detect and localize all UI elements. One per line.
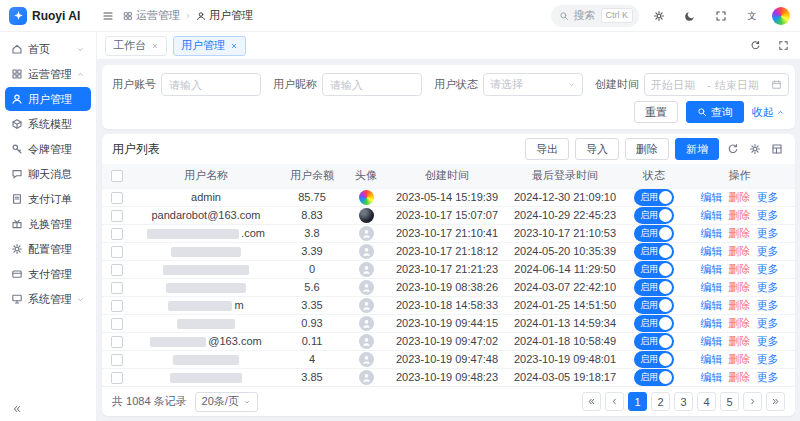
sidebar-item-payment[interactable]: 支付管理 [5,262,91,286]
status-toggle[interactable]: 启用 [634,369,674,386]
settings-button[interactable] [648,5,670,27]
edit-link[interactable]: 编辑 [701,317,723,329]
edit-link[interactable]: 编辑 [701,245,723,257]
edit-link[interactable]: 编辑 [701,335,723,347]
edit-link[interactable]: 编辑 [701,371,723,383]
delete-link[interactable]: 删除 [729,227,751,239]
breadcrumb-item[interactable]: 运营管理 [123,8,180,23]
sidebar-collapse-button[interactable] [9,401,25,417]
more-link[interactable]: 更多 [757,245,779,257]
row-checkbox[interactable] [111,192,123,204]
page-button-2[interactable]: 2 [651,392,670,411]
created-daterange[interactable]: - [644,73,789,96]
select-all-checkbox[interactable] [111,170,123,182]
app-logo[interactable]: Ruoyi AI [0,7,97,25]
sidebar-toggle-button[interactable] [97,5,119,27]
more-link[interactable]: 更多 [757,281,779,293]
row-checkbox[interactable] [111,246,123,258]
language-button[interactable]: 文 [741,5,763,27]
edit-link[interactable]: 编辑 [701,191,723,203]
row-checkbox[interactable] [111,354,123,366]
reset-button[interactable]: 重置 [634,101,678,123]
row-checkbox[interactable] [111,282,123,294]
user-avatar[interactable] [772,7,790,25]
last-page-button[interactable] [766,392,785,411]
page-button-1[interactable]: 1 [628,392,647,411]
fullscreen-button[interactable] [710,5,732,27]
row-checkbox[interactable] [111,264,123,276]
row-checkbox[interactable] [111,228,123,240]
account-input[interactable] [161,73,261,96]
row-checkbox[interactable] [111,318,123,330]
created-start-input[interactable] [651,79,703,91]
delete-link[interactable]: 删除 [729,281,751,293]
more-link[interactable]: 更多 [757,335,779,347]
status-select[interactable]: 请选择 [483,73,583,96]
sidebar-item-pay-orders[interactable]: 支付订单 [5,187,91,211]
sidebar-item-tokens[interactable]: 令牌管理 [5,137,91,161]
delete-link[interactable]: 删除 [729,245,751,257]
page-size-select[interactable]: 20条/页 [195,392,258,412]
status-toggle[interactable]: 启用 [634,225,674,242]
sidebar-item-chat-messages[interactable]: 聊天消息 [5,162,91,186]
more-link[interactable]: 更多 [757,317,779,329]
row-checkbox[interactable] [111,336,123,348]
more-link[interactable]: 更多 [757,191,779,203]
delete-button[interactable]: 删除 [625,138,669,160]
edit-link[interactable]: 编辑 [701,281,723,293]
column-settings-button[interactable] [769,141,785,157]
table-settings-button[interactable] [747,141,763,157]
status-toggle[interactable]: 启用 [634,243,674,260]
sidebar-item-home[interactable]: 首页 [5,37,91,61]
delete-link[interactable]: 删除 [729,209,751,221]
row-checkbox[interactable] [111,372,123,384]
sidebar-item-models[interactable]: 系统模型 [5,112,91,136]
sidebar-item-system[interactable]: 系统管理 [5,287,91,311]
tab-refresh-button[interactable] [746,37,764,55]
row-checkbox[interactable] [111,210,123,222]
delete-link[interactable]: 删除 [729,317,751,329]
delete-link[interactable]: 删除 [729,263,751,275]
more-link[interactable]: 更多 [757,299,779,311]
more-link[interactable]: 更多 [757,263,779,275]
status-toggle[interactable]: 启用 [634,261,674,278]
status-toggle[interactable]: 启用 [634,351,674,368]
global-search[interactable]: 搜索 Ctrl K [551,5,640,27]
edit-link[interactable]: 编辑 [701,227,723,239]
more-link[interactable]: 更多 [757,371,779,383]
close-icon[interactable] [230,42,238,50]
edit-link[interactable]: 编辑 [701,209,723,221]
tab-fullscreen-button[interactable] [774,37,792,55]
sidebar-item-operations[interactable]: 运营管理 [5,62,91,86]
query-button[interactable]: 查询 [686,101,744,123]
page-button-5[interactable]: 5 [720,392,739,411]
export-button[interactable]: 导出 [525,138,569,160]
sidebar-item-exchange[interactable]: 兑换管理 [5,212,91,236]
sidebar-item-config[interactable]: 配置管理 [5,237,91,261]
dark-mode-button[interactable] [679,5,701,27]
status-toggle[interactable]: 启用 [634,207,674,224]
tab-user-management[interactable]: 用户管理 [173,36,246,56]
more-link[interactable]: 更多 [757,353,779,365]
page-button-4[interactable]: 4 [697,392,716,411]
row-checkbox[interactable] [111,300,123,312]
edit-link[interactable]: 编辑 [701,263,723,275]
nickname-input[interactable] [322,73,422,96]
more-link[interactable]: 更多 [757,227,779,239]
delete-link[interactable]: 删除 [729,191,751,203]
add-button[interactable]: 新增 [675,138,719,160]
sidebar-item-users[interactable]: 用户管理 [5,87,91,111]
prev-page-button[interactable] [605,392,624,411]
status-toggle[interactable]: 启用 [634,279,674,296]
edit-link[interactable]: 编辑 [701,299,723,311]
tab-workbench[interactable]: 工作台 [105,36,167,56]
page-button-3[interactable]: 3 [674,392,693,411]
status-toggle[interactable]: 启用 [634,315,674,332]
status-toggle[interactable]: 启用 [634,297,674,314]
collapse-filters-link[interactable]: 收起 [752,105,785,120]
created-end-input[interactable] [715,79,767,91]
delete-link[interactable]: 删除 [729,335,751,347]
breadcrumb-item[interactable]: 用户管理 [196,8,253,23]
delete-link[interactable]: 删除 [729,299,751,311]
status-toggle[interactable]: 启用 [634,189,674,206]
